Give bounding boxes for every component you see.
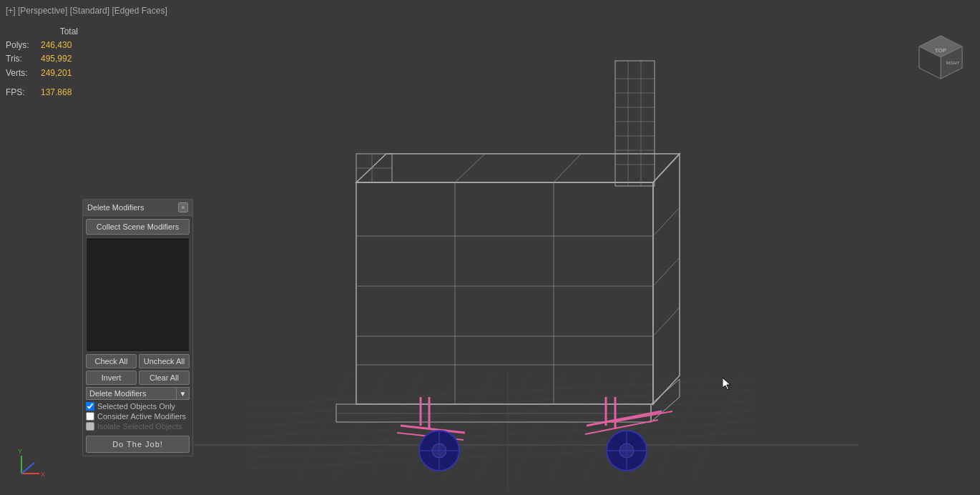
fps-value: 137.868 xyxy=(41,86,72,99)
svg-line-79 xyxy=(21,463,34,474)
fps-label: FPS: xyxy=(6,86,38,99)
polys-label: Polys: xyxy=(6,39,38,52)
isolate-selected-objects-label: Isolate Selected Objects xyxy=(97,422,182,431)
polys-value: 246,430 xyxy=(41,39,72,52)
collect-scene-modifiers-button[interactable]: Collect Scene Modifiers xyxy=(86,219,190,235)
options-checkbox-area: Selected Objects Only Consider Active Mo… xyxy=(86,402,190,431)
consider-active-modifiers-checkbox[interactable] xyxy=(86,412,94,421)
do-the-job-button[interactable]: Do The Job! xyxy=(86,436,190,453)
invert-clear-row: Invert Clear All xyxy=(86,371,190,385)
uncheck-all-button[interactable]: Uncheck All xyxy=(139,354,190,368)
total-header-label xyxy=(6,25,38,39)
panel-titlebar: Delete Modifiers × xyxy=(83,200,192,216)
consider-active-modifiers-row: Consider Active Modifiers xyxy=(86,412,190,421)
clear-all-button[interactable]: Clear All xyxy=(139,371,190,385)
selected-objects-only-row: Selected Objects Only xyxy=(86,402,190,411)
verts-value: 249,201 xyxy=(41,67,72,80)
isolate-selected-objects-checkbox[interactable] xyxy=(86,422,94,431)
panel-close-button[interactable]: × xyxy=(178,202,188,212)
selected-objects-only-label[interactable]: Selected Objects Only xyxy=(97,402,175,411)
tris-label: Tris: xyxy=(6,52,38,66)
delete-modifiers-select[interactable]: Delete Modifiers xyxy=(86,387,177,400)
invert-button[interactable]: Invert xyxy=(86,371,137,385)
check-buttons-row: Check All Uncheck All xyxy=(86,354,190,368)
svg-text:Y: Y xyxy=(18,448,22,455)
selected-objects-only-checkbox[interactable] xyxy=(86,402,94,411)
consider-active-modifiers-label[interactable]: Consider Active Modifiers xyxy=(97,412,186,421)
dropdown-arrow-icon[interactable]: ▼ xyxy=(177,387,190,400)
stats-panel: Total Polys: 246,430 Tris: 495,992 Verts… xyxy=(6,25,81,99)
tris-value: 495,992 xyxy=(41,52,72,66)
svg-text:X: X xyxy=(41,471,45,478)
delete-modifiers-panel: Delete Modifiers × Collect Scene Modifie… xyxy=(82,199,193,456)
axis-indicator: X Y xyxy=(14,445,50,481)
total-column-header: Total xyxy=(38,25,81,39)
panel-title: Delete Modifiers xyxy=(87,203,144,212)
modifiers-list[interactable] xyxy=(86,237,190,352)
check-all-button[interactable]: Check All xyxy=(86,354,137,368)
verts-label: Verts: xyxy=(6,67,38,80)
isolate-selected-objects-row: Isolate Selected Objects xyxy=(86,422,190,431)
delete-modifier-dropdown-row: Delete Modifiers ▼ xyxy=(86,387,190,400)
